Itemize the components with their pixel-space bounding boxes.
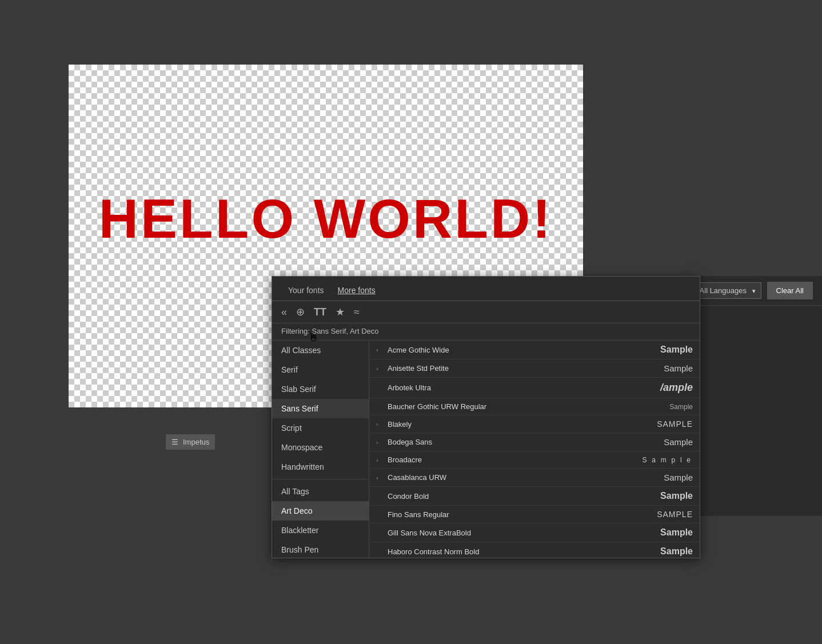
language-wrapper[interactable]: All Languages Latin Cyrillic Greek (693, 282, 761, 299)
font-sample-fino: SAMPLE (647, 510, 693, 519)
divider (272, 479, 369, 479)
font-name-broadacre: Broadacre (385, 455, 643, 464)
font-panel: Your fonts More fonts « ⊕ TT ★ ≈ 🖱 Filte… (272, 276, 700, 558)
font-row-baucher[interactable]: Baucher Gothic URW Regular Sample (369, 398, 700, 415)
font-sample-anisette: Sample (647, 363, 693, 373)
class-monospace[interactable]: Monospace (272, 438, 369, 457)
font-name-haboro: Haboro Contrast Norm Bold (385, 547, 647, 556)
class-handwritten[interactable]: Handwritten (272, 457, 369, 477)
tag-brush-pen[interactable]: Brush Pen (272, 540, 369, 558)
expand-icon-casablanca: › (376, 474, 385, 481)
expand-icon-bodega: › (376, 439, 385, 446)
font-name-fino: Fino Sans Regular (385, 510, 647, 519)
tag-blackletter[interactable]: Blackletter (272, 521, 369, 540)
font-sample-broadacre: S a m p l e (643, 456, 693, 464)
font-list: › Acme Gothic Wide Sample › Anisette Std… (369, 341, 700, 558)
panel-tabs: Your fonts More fonts (272, 277, 700, 301)
font-name-arbotek: Arbotek Ultra (385, 383, 647, 392)
tab-your-fonts[interactable]: Your fonts (281, 282, 331, 301)
font-name-condor: Condor Bold (385, 492, 647, 501)
font-sample-arbotek: /ample (647, 382, 693, 394)
font-sample-bodega: Sample (647, 437, 693, 447)
layers-icon: ☰ (171, 438, 178, 446)
font-name-blakely: Blakely (385, 420, 647, 429)
font-name-casablanca: Casablanca URW (385, 473, 647, 482)
language-select[interactable]: All Languages Latin Cyrillic Greek (693, 282, 761, 299)
font-row-acme[interactable]: › Acme Gothic Wide Sample (369, 341, 700, 359)
font-row-arbotek[interactable]: Arbotek Ultra /ample (369, 378, 700, 398)
font-row-casablanca[interactable]: › Casablanca URW Sample (369, 469, 700, 487)
font-name-baucher: Baucher Gothic URW Regular (385, 402, 647, 411)
font-size-icon[interactable]: TT (314, 306, 326, 318)
class-all-classes[interactable]: All Classes (272, 341, 369, 360)
sidebar-classes: All Classes Serif Slab Serif Sans Serif … (272, 341, 369, 558)
expand-icon-anisette: › (376, 365, 385, 372)
tab-more-fonts[interactable]: More fonts (331, 282, 382, 301)
font-row-haboro[interactable]: Haboro Contrast Norm Bold Sample (369, 542, 700, 558)
canvas-text: HELLO WORLD! (99, 187, 553, 250)
font-name-bodega: Bodega Sans (385, 438, 647, 446)
font-sample-condor: Sample (647, 491, 693, 501)
expand-icon-blakely: › (376, 421, 385, 427)
font-sample-gill: Sample (647, 527, 693, 538)
font-row-broadacre[interactable]: › Broadacre S a m p l e (369, 451, 700, 469)
tag-all-tags[interactable]: All Tags (272, 482, 369, 501)
font-row-bodega[interactable]: › Bodega Sans Sample (369, 433, 700, 451)
clear-all-button[interactable]: Clear All (767, 282, 813, 299)
font-name-gill: Gill Sans Nova ExtraBold (385, 529, 647, 537)
font-sample-blakely: SAMPLE (647, 419, 693, 429)
font-sample-haboro: Sample (647, 546, 693, 557)
font-name-bar: ☰ Impetus (166, 434, 215, 450)
font-sample-acme: Sample (647, 345, 693, 355)
back-icon[interactable]: « (281, 306, 287, 318)
font-row-blakely[interactable]: › Blakely SAMPLE (369, 415, 700, 433)
current-font-name: Impetus (183, 438, 209, 446)
panel-icons-row: « ⊕ TT ★ ≈ 🖱 (272, 301, 700, 323)
class-serif[interactable]: Serif (272, 360, 369, 379)
class-sans-serif[interactable]: Sans Serif (272, 399, 369, 418)
star-icon[interactable]: ★ (336, 306, 345, 318)
tag-art-deco[interactable]: Art Deco (272, 501, 369, 521)
expand-icon-broadacre: › (376, 457, 385, 463)
font-row-fino[interactable]: Fino Sans Regular SAMPLE (369, 506, 700, 523)
font-name-acme: Acme Gothic Wide (385, 346, 647, 354)
font-name-anisette: Anisette Std Petite (385, 364, 647, 373)
font-sample-casablanca: Sample (647, 473, 693, 482)
expand-icon-acme: › (376, 346, 385, 353)
class-slab-serif[interactable]: Slab Serif (272, 379, 369, 399)
class-script[interactable]: Script (272, 418, 369, 438)
link-icon[interactable]: ⊕ (296, 306, 305, 318)
similar-icon[interactable]: ≈ (354, 306, 360, 318)
font-sample-baucher: Sample (647, 403, 693, 411)
panel-body: All Classes Serif Slab Serif Sans Serif … (272, 341, 700, 558)
filtering-label: Filtering: Sans Serif, Art Deco (272, 323, 700, 341)
font-row-gill[interactable]: Gill Sans Nova ExtraBold Sample (369, 523, 700, 542)
font-row-anisette[interactable]: › Anisette Std Petite Sample (369, 359, 700, 378)
font-row-condor[interactable]: Condor Bold Sample (369, 487, 700, 506)
